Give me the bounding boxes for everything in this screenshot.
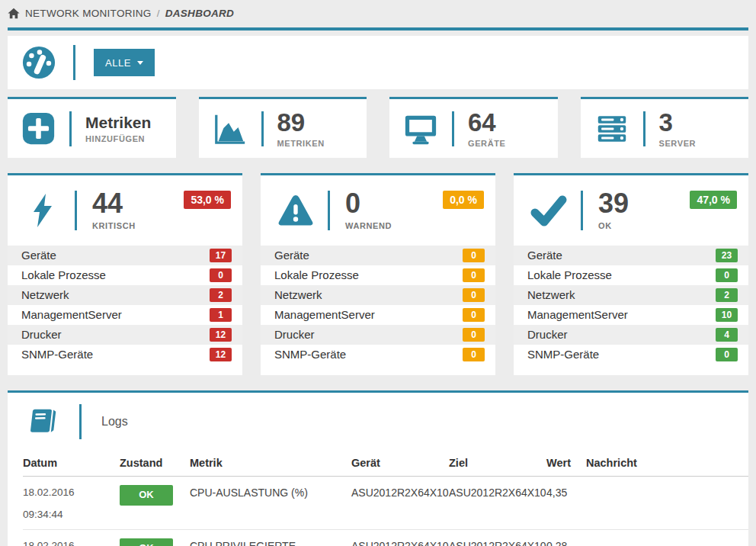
log-cell-zustand: OK bbox=[120, 477, 190, 530]
breadcrumb-separator: / bbox=[157, 8, 160, 19]
log-cell-nachricht bbox=[586, 530, 748, 546]
status-item-count: 1 bbox=[210, 308, 232, 322]
alle-dropdown-button[interactable]: ALLE bbox=[94, 49, 155, 76]
status-item-label: ManagementServer bbox=[274, 308, 375, 322]
status-list-item[interactable]: SNMP-Geräte 0 bbox=[261, 345, 495, 365]
log-row: 18.02.2016 09:34:44 OK CPU PRIVILEGIERTE… bbox=[23, 530, 748, 546]
log-cell-ziel: ASU2012R2X64X10 bbox=[449, 530, 546, 546]
status-card-header: 0 WARNEND 0,0 % bbox=[261, 175, 495, 241]
vertical-divider bbox=[452, 111, 454, 146]
status-list-item[interactable]: ManagementServer 10 bbox=[514, 305, 748, 325]
status-list-item[interactable]: SNMP-Geräte 12 bbox=[8, 345, 242, 365]
metric-card-value: 89 bbox=[277, 110, 325, 135]
vertical-divider bbox=[69, 111, 72, 146]
column-header-geraet: Gerät bbox=[351, 451, 449, 477]
status-list-item[interactable]: SNMP-Geräte 0 bbox=[514, 345, 748, 365]
status-item-label: Drucker bbox=[274, 328, 315, 342]
status-item-count: 0 bbox=[463, 348, 485, 361]
metric-card-row: Metriken HINZUFÜGEN 89 METRIKEN bbox=[8, 97, 748, 158]
log-cell-wert: 0,28 bbox=[546, 530, 586, 546]
home-icon[interactable] bbox=[8, 8, 20, 19]
status-item-count: 0 bbox=[210, 268, 232, 282]
status-list-item[interactable]: Drucker 4 bbox=[514, 325, 748, 345]
logs-title: Logs bbox=[101, 415, 128, 429]
status-item-count: 23 bbox=[716, 249, 738, 262]
status-list-item[interactable]: Drucker 0 bbox=[261, 325, 495, 345]
log-cell-geraet: ASU2012R2X64X10 bbox=[351, 530, 449, 546]
breadcrumb: NETWORK MONITORING / DASHBOARD bbox=[8, 0, 748, 24]
status-card-header: 44 KRITISCH 53,0 % bbox=[8, 175, 242, 241]
metric-card-label: SERVER bbox=[659, 139, 697, 148]
status-value: 44 bbox=[92, 190, 136, 217]
area-chart-icon bbox=[213, 111, 248, 146]
status-list-item[interactable]: Geräte 17 bbox=[8, 246, 242, 265]
vertical-divider bbox=[328, 191, 330, 230]
status-list-item[interactable]: Lokale Prozesse 0 bbox=[8, 265, 242, 285]
status-list-item[interactable]: Lokale Prozesse 0 bbox=[261, 265, 495, 285]
status-card-header: 39 OK 47,0 % bbox=[514, 175, 748, 241]
log-date: 18.02.2016 bbox=[23, 485, 114, 500]
status-list-item[interactable]: Lokale Prozesse 0 bbox=[514, 265, 748, 285]
vertical-divider bbox=[643, 111, 645, 146]
log-cell-zustand: OK bbox=[120, 530, 190, 546]
log-cell-geraet: ASU2012R2X64X10 bbox=[351, 477, 449, 530]
status-item-label: SNMP-Geräte bbox=[21, 348, 93, 361]
status-list-item[interactable]: Netzwerk 0 bbox=[261, 285, 495, 305]
status-list: Geräte 0 Lokale Prozesse 0 Netzwerk 0 Ma… bbox=[261, 246, 495, 365]
status-item-label: ManagementServer bbox=[21, 308, 122, 322]
check-icon bbox=[529, 194, 569, 227]
status-list-item[interactable]: Netzwerk 2 bbox=[514, 285, 748, 305]
status-item-count: 0 bbox=[716, 268, 738, 282]
add-metrics-card[interactable]: Metriken HINZUFÜGEN bbox=[8, 97, 176, 158]
status-item-label: Lokale Prozesse bbox=[527, 268, 612, 282]
dashboard-viewport: NETWORK MONITORING / DASHBOARD ALLE bbox=[0, 0, 756, 546]
status-item-count: 4 bbox=[716, 328, 738, 342]
status-list-item[interactable]: ManagementServer 0 bbox=[261, 305, 495, 325]
chevron-down-icon bbox=[137, 61, 143, 65]
metric-card-label: GERÄTE bbox=[468, 139, 505, 148]
status-item-count: 0 bbox=[463, 268, 485, 282]
servers-count-card[interactable]: 3 SERVER bbox=[581, 97, 749, 158]
status-percent-badge: 47,0 % bbox=[690, 191, 737, 209]
status-badge: OK bbox=[120, 485, 173, 506]
column-header-nachricht: Nachricht bbox=[586, 451, 748, 477]
book-icon bbox=[27, 407, 58, 436]
column-header-datum: Datum bbox=[23, 451, 120, 477]
vertical-divider bbox=[581, 191, 583, 230]
vertical-divider bbox=[73, 45, 75, 80]
column-header-ziel: Ziel bbox=[449, 451, 546, 477]
metric-card-label: METRIKEN bbox=[277, 139, 325, 148]
logs-table: Datum Zustand Metrik Gerät Ziel Wert Nac… bbox=[23, 451, 748, 546]
column-header-wert: Wert bbox=[546, 451, 586, 477]
status-list: Geräte 17 Lokale Prozesse 0 Netzwerk 2 M… bbox=[8, 246, 242, 365]
status-list-item[interactable]: ManagementServer 1 bbox=[8, 305, 242, 325]
status-value: 0 bbox=[345, 190, 392, 217]
log-cell-metrik: CPU-AUSLASTUNG (%) bbox=[190, 477, 351, 530]
status-item-label: SNMP-Geräte bbox=[274, 348, 346, 361]
warning-triangle-icon bbox=[276, 193, 316, 228]
status-list-item[interactable]: Geräte 23 bbox=[514, 246, 748, 265]
status-item-label: Drucker bbox=[21, 328, 62, 342]
metrics-count-card[interactable]: 89 METRIKEN bbox=[199, 97, 367, 158]
log-cell-ziel: ASU2012R2X64X10 bbox=[449, 477, 546, 530]
status-list-item[interactable]: Drucker 12 bbox=[8, 325, 242, 345]
monitor-icon bbox=[403, 111, 438, 146]
status-card-row: 44 KRITISCH 53,0 % Geräte 17 Lokale Proz… bbox=[8, 173, 748, 375]
status-item-count: 0 bbox=[716, 348, 738, 361]
vertical-divider bbox=[261, 111, 264, 146]
status-item-label: SNMP-Geräte bbox=[527, 348, 599, 361]
column-header-zustand: Zustand bbox=[120, 451, 190, 477]
log-row: 18.02.2016 09:34:44 OK CPU-AUSLASTUNG (%… bbox=[23, 477, 748, 530]
status-label: OK bbox=[598, 221, 629, 230]
log-cell-datum: 18.02.2016 09:34:44 bbox=[23, 477, 120, 530]
vertical-divider bbox=[75, 191, 77, 230]
breadcrumb-page: DASHBOARD bbox=[165, 8, 234, 19]
status-item-count: 0 bbox=[463, 328, 485, 342]
status-list-item[interactable]: Geräte 0 bbox=[261, 246, 495, 265]
devices-count-card[interactable]: 64 GERÄTE bbox=[389, 97, 558, 158]
status-list-item[interactable]: Netzwerk 2 bbox=[8, 285, 242, 305]
breadcrumb-section[interactable]: NETWORK MONITORING bbox=[25, 8, 152, 19]
column-header-metrik: Metrik bbox=[190, 451, 351, 477]
status-card-critical: 44 KRITISCH 53,0 % Geräte 17 Lokale Proz… bbox=[8, 173, 242, 375]
logs-table-header-row: Datum Zustand Metrik Gerät Ziel Wert Nac… bbox=[23, 451, 748, 477]
